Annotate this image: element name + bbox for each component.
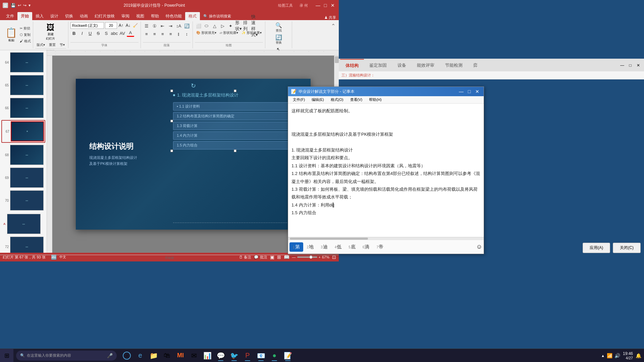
text-shadow-button[interactable]: S	[103, 29, 110, 37]
taskbar-app-store[interactable]: 🛍	[161, 350, 173, 362]
taskbar-app-edge[interactable]: e	[134, 350, 146, 362]
notepad-edit-menu[interactable]: 编辑(E)	[309, 97, 327, 103]
justify-button[interactable]: ≡	[167, 30, 174, 38]
ime-candidate-4[interactable]: 4低	[331, 242, 345, 252]
taskbar-app-ppt[interactable]: P	[241, 350, 254, 362]
taskbar-app-green[interactable]: ●	[268, 350, 280, 362]
app-tab-chess[interactable]: 弈	[468, 59, 483, 72]
ime-emoji-button[interactable]: ☺	[476, 243, 482, 250]
ime-candidate-3[interactable]: 3迪	[317, 242, 331, 252]
handle-bl[interactable]	[170, 149, 173, 152]
taskbar-app-wps[interactable]: 📊	[201, 350, 213, 362]
section-button[interactable]: 节▾	[58, 42, 66, 48]
app-maximize-btn[interactable]: □	[627, 62, 634, 69]
notepad-content[interactable]: 这样就完成了板的配筋图绘制。 现浇混凝土多层框架结构设计及基于PK模块计算框架 …	[288, 104, 484, 237]
tab-transitions[interactable]: 切换	[62, 12, 76, 20]
char-spacing-button[interactable]: AV	[119, 29, 126, 37]
strikethrough-button[interactable]: S	[95, 29, 102, 37]
format-painter-button[interactable]: 🖌 格式	[19, 39, 32, 44]
app-close-btn[interactable]: ✕	[635, 62, 642, 69]
underline-button[interactable]: U	[87, 29, 94, 37]
align-right-button[interactable]: ≡	[159, 30, 166, 38]
app-tab-structure[interactable]: 体结构	[340, 59, 364, 72]
maximize-button[interactable]: □	[322, 2, 329, 9]
tab-search[interactable]: 🔍 操作说明搜索	[200, 12, 234, 20]
app-minimize-btn[interactable]: —	[619, 62, 626, 69]
network-icon[interactable]: 📶	[607, 353, 612, 358]
copy-button[interactable]: ⬡ 复制	[19, 32, 32, 38]
tab-animations[interactable]: 动画	[76, 12, 91, 20]
minimize-button[interactable]: —	[315, 2, 321, 9]
notepad-hscroll-thumb[interactable]	[290, 238, 368, 240]
replace-button[interactable]: 🔄 替换	[267, 34, 290, 46]
bold-button[interactable]: B	[70, 29, 78, 37]
shape4[interactable]: ▷	[219, 22, 226, 29]
shapes-gallery[interactable]: 形状▾	[235, 22, 243, 29]
handle-tc[interactable]	[234, 89, 236, 92]
clear-format-button[interactable]: 🧹	[132, 23, 139, 28]
taskbar-app-email[interactable]: 📧	[255, 350, 267, 362]
taskbar-app-explorer[interactable]: 📁	[148, 350, 160, 362]
app-tab-energy-review[interactable]: 能效评审	[412, 59, 440, 72]
notepad-minimize-btn[interactable]: —	[458, 88, 465, 95]
save-icon[interactable]: 💾	[11, 3, 16, 8]
notepad-view-menu[interactable]: 查看(V)	[347, 97, 365, 103]
taskbar-app-mail[interactable]: ✉	[188, 350, 200, 362]
shape2[interactable]: ⬭	[203, 22, 210, 29]
thumbnail-70[interactable]: 70 ▪▪▪	[1, 190, 45, 211]
decrease-indent-button[interactable]: ⇤	[159, 22, 166, 29]
tab-home[interactable]: 开始	[17, 12, 32, 20]
taskbar-app-cortana[interactable]: ○	[121, 350, 133, 362]
zoom-thumb[interactable]	[309, 255, 313, 259]
arrange-button[interactable]: 排列	[243, 22, 251, 29]
tab-special[interactable]: 特色功能	[162, 12, 185, 20]
columns-button[interactable]: ⫿	[175, 30, 182, 38]
start-button[interactable]: ⊞	[0, 349, 13, 362]
notepad-format-menu[interactable]: 格式(O)	[328, 97, 346, 103]
taskbar-app-wechat[interactable]: 💬	[215, 350, 227, 362]
collapse-ribbon-button[interactable]: ⌃	[330, 21, 337, 31]
line-spacing-button[interactable]: ↕	[183, 30, 191, 38]
font-shrink-button[interactable]: A↓	[125, 23, 131, 28]
find-button[interactable]: 🔍 查找	[267, 22, 290, 34]
thumbnail-68[interactable]: 68 ▪▪▪	[1, 144, 45, 166]
ime-candidate-1[interactable]: 1第	[289, 242, 303, 252]
zoom-slider[interactable]	[297, 256, 317, 258]
ime-candidate-6[interactable]: 6滴	[359, 242, 373, 252]
app-tab-appraisal[interactable]: 鉴定加固	[364, 59, 392, 72]
undo-icon[interactable]: ↩	[18, 3, 21, 8]
handle-ml[interactable]	[170, 120, 173, 122]
thumbnail-71[interactable]: A ▪▪▪	[1, 213, 45, 235]
shape1[interactable]: ⬜	[195, 22, 202, 29]
taskbar-app-twitter[interactable]: 🐦	[228, 350, 240, 362]
notifications-button[interactable]: 🔔	[636, 353, 641, 358]
app-tab-equipment[interactable]: 设备	[392, 59, 412, 72]
layout-button[interactable]: 版式▾	[35, 42, 46, 48]
quick-styles[interactable]: 快速样式▾	[251, 22, 259, 29]
align-center-button[interactable]: ≡	[151, 30, 158, 38]
thumbnail-66[interactable]: 66 ▪▪▪	[1, 97, 45, 119]
handle-tl[interactable]	[170, 89, 173, 92]
thumbnail-65[interactable]: 65 ▪▪▪	[1, 74, 45, 96]
app-tab-energy-check[interactable]: 节能检测	[440, 59, 468, 72]
increase-indent-button[interactable]: ⇥	[167, 22, 174, 29]
new-slide-button[interactable]: 🖼 新建幻灯片	[35, 22, 66, 42]
content-selection-area[interactable]: 1. 现浇混凝土多层框架结构设计 • 1.1 设计资料 1.2 结构布置及结构计…	[173, 92, 297, 149]
taskbar-clock[interactable]: 19:46 4/27	[623, 351, 633, 360]
taskbar-app-notepad[interactable]: 📝	[282, 350, 294, 362]
notepad-help-menu[interactable]: 帮助(H)	[366, 97, 384, 103]
handle-bc[interactable]	[234, 149, 236, 152]
paste-button[interactable]: 📋 粘贴	[3, 22, 19, 48]
taskbar-search-box[interactable]: 🔍 在这里输入你要搜索的内容 🎤	[16, 351, 117, 361]
align-left-button[interactable]: ≡	[143, 30, 150, 38]
shape3[interactable]: △	[211, 22, 218, 29]
tab-file[interactable]: 文件	[3, 12, 17, 20]
reset-button[interactable]: 重置	[48, 42, 57, 48]
tab-help[interactable]: 帮助	[148, 12, 162, 20]
thumbnail-69[interactable]: 69 ▪▪▪	[1, 167, 45, 188]
ime-candidate-2[interactable]: 2地	[304, 242, 317, 252]
shape-outline-button[interactable]: ▱ 形状轮廓▾	[218, 30, 240, 36]
scrollbar-thumb-v[interactable]	[335, 56, 339, 63]
chevron-up-icon[interactable]: ▲	[601, 354, 605, 358]
microphone-icon[interactable]: 🎤	[107, 353, 113, 358]
